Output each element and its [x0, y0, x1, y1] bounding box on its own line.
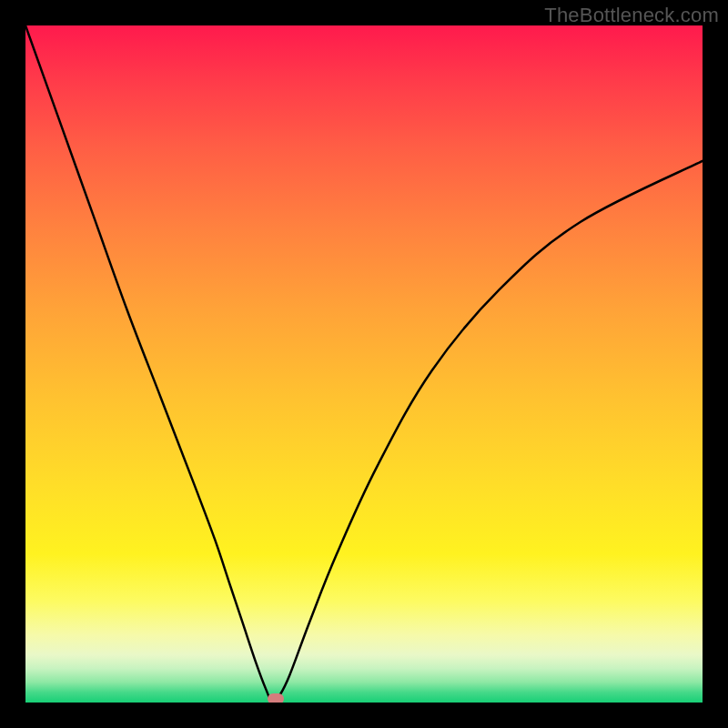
bottleneck-curve [25, 25, 703, 703]
optimum-marker [268, 693, 284, 703]
watermark-text: TheBottleneck.com [544, 4, 719, 27]
chart-frame: TheBottleneck.com [0, 0, 728, 728]
plot-area [25, 25, 703, 703]
